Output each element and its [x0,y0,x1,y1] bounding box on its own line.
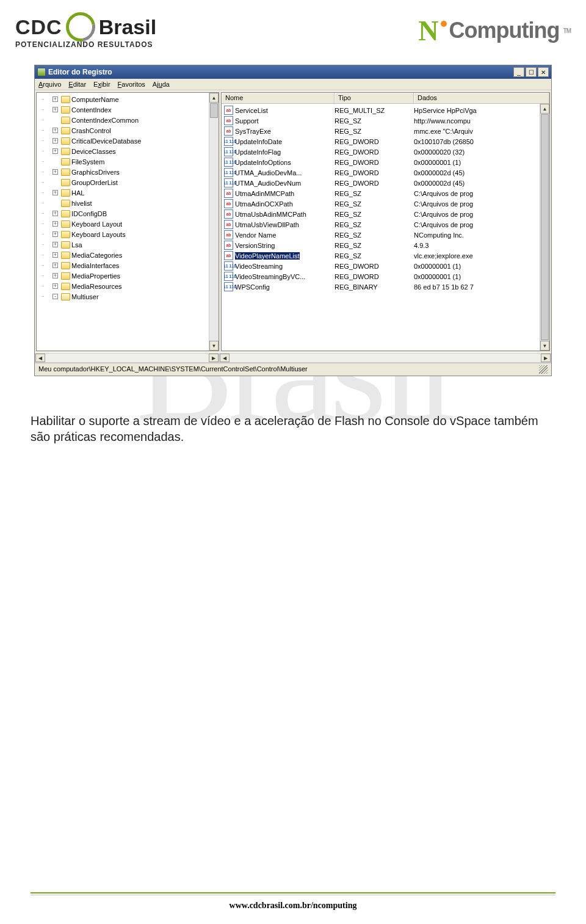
menu-ajuda[interactable]: Ajuda [153,81,170,88]
value-row[interactable]: abVideoPlayerNameListREG_SZvlc.exe;iexpl… [222,250,549,261]
menu-exibir[interactable]: Exibir [93,81,110,88]
value-row[interactable]: 011 110UpdateInfoDateREG_DWORD0x100107db… [222,136,549,147]
tree-hscrollbar[interactable]: ◀ ▶ [35,353,219,363]
maximize-button[interactable]: ☐ [526,67,537,77]
scroll-left-icon[interactable]: ◀ [35,354,45,362]
window-titlebar[interactable]: Editor do Registro _ ☐ ✕ [35,65,551,79]
expand-icon[interactable]: + [52,148,58,154]
tree-item[interactable]: ····+MediaInterfaces [38,260,217,271]
folder-icon [61,127,70,134]
tree-item[interactable]: ····+Lsa [38,239,217,250]
tree-vscrollbar[interactable]: ▲ ▼ [209,93,219,351]
value-row[interactable]: 011 110UTMA_AudioDevNumREG_DWORD0x000000… [222,178,549,188]
value-row[interactable]: 011 110VideoStreamingByVC...REG_DWORD0x0… [222,271,549,282]
tree-item[interactable]: ····+MediaProperties [38,271,217,281]
value-row[interactable]: abServiceListREG_MULTI_SZHpService HpPci… [222,105,549,115]
tree-item[interactable]: ····+IDConfigDB [38,208,217,219]
tree-item[interactable]: ····+CriticalDeviceDatabase [38,136,217,146]
scroll-down-icon[interactable]: ▼ [540,341,549,351]
scroll-up-icon[interactable]: ▲ [540,104,549,114]
tree-item[interactable]: ····+MediaCategories [38,250,217,260]
value-type: REG_SZ [335,200,414,208]
menu-arquivo[interactable]: Arquivo [38,81,61,88]
expand-icon[interactable]: + [52,96,58,102]
tree-item[interactable]: ····+HAL [38,187,217,198]
value-row[interactable]: 011 110UpdateInfoOptionsREG_DWORD0x00000… [222,157,549,167]
value-row[interactable]: abSysTrayExeREG_SZmmc.exe "C:\Arquiv [222,126,549,136]
value-row[interactable]: 011 110UTMA_AudioDevMa...REG_DWORD0x0000… [222,167,549,178]
tree-item[interactable]: ····+ContentIndex [38,104,217,115]
tree-item[interactable]: ····+GraphicsDrivers [38,167,217,177]
tree-item[interactable]: ····+MediaResources [38,281,217,291]
scroll-thumb[interactable] [541,114,549,340]
scroll-left-icon[interactable]: ◀ [220,354,230,362]
value-name: UTMA_AudioDevNum [235,180,301,187]
value-name: UpdateInfoDate [235,138,282,145]
scroll-down-icon[interactable]: ▼ [209,341,219,351]
tree-item[interactable]: ····-Multiuser [38,291,217,302]
tree-line-icon: ···· [42,159,50,164]
col-name-header[interactable]: Nome [222,93,335,103]
values-hscrollbar[interactable]: ◀ ▶ [219,353,551,363]
tree-item[interactable]: ····hivelist [38,198,217,208]
tree-item-label: Keyboard Layout [71,220,122,228]
value-data: 0x00000001 (1) [414,159,547,166]
reg-binary-icon: 011 110 [224,282,233,291]
scroll-thumb[interactable] [210,103,218,118]
tree-item[interactable]: ····+Keyboard Layout [38,219,217,229]
value-row[interactable]: abSupportREG_SZhttp://www.ncompu [222,115,549,126]
expand-icon[interactable]: + [52,107,58,112]
tree-item[interactable]: ····ContentIndexCommon [38,115,217,125]
tree-item[interactable]: ····FileSystem [38,156,217,167]
scroll-right-icon[interactable]: ▶ [209,354,219,362]
value-row[interactable]: 011 110WPSConfigREG_BINARY86 ed b7 15 1b… [222,282,549,292]
tree-item[interactable]: ····GroupOrderList [38,177,217,187]
value-row[interactable]: abUtmaAdinOCXPathREG_SZC:\Arquivos de pr… [222,198,549,209]
tree-item[interactable]: ····+ComputerName [38,94,217,104]
expand-icon[interactable]: + [52,211,58,216]
col-type-header[interactable]: Tipo [335,93,414,103]
value-data: NComputing Inc. [414,231,547,239]
expand-icon[interactable]: + [52,138,58,144]
scroll-up-icon[interactable]: ▲ [209,93,219,103]
value-row[interactable]: abUtmaUsbAdinMMCPathREG_SZC:\Arquivos de… [222,209,549,219]
value-row[interactable]: abUtmaAdinMMCPathREG_SZC:\Arquivos de pr… [222,188,549,198]
expand-icon[interactable]: + [52,273,58,278]
window-title: Editor do Registro [48,68,513,76]
collapse-icon[interactable]: - [52,294,58,299]
ncomputing-logo: N Computing TM [418,15,571,47]
menu-favoritos[interactable]: Favoritos [118,81,145,88]
expand-icon[interactable]: + [52,190,58,195]
resize-grip-icon[interactable] [539,365,548,374]
values-vscrollbar[interactable]: ▲ ▼ [540,104,549,351]
scroll-right-icon[interactable]: ▶ [541,354,551,362]
minimize-button[interactable]: _ [513,67,524,77]
tree-line-icon: ···· [42,274,50,278]
value-row[interactable]: abVersionStringREG_SZ4.9.3 [222,240,549,250]
col-data-header[interactable]: Dados [414,93,549,103]
expand-icon[interactable]: + [52,252,58,258]
expand-icon[interactable]: + [52,128,58,133]
tree-item[interactable]: ····+Keyboard Layouts [38,229,217,239]
value-data: vlc.exe;iexplore.exe [414,252,547,260]
menu-editar[interactable]: Editar [68,81,86,88]
tree-item[interactable]: ····+DeviceClasses [38,146,217,156]
value-name: VersionString [235,242,275,249]
close-button[interactable]: ✕ [538,67,549,77]
folder-icon [61,210,70,217]
expand-icon[interactable]: + [52,221,58,227]
expand-icon[interactable]: + [52,263,58,268]
value-row[interactable]: 011 110UpdateInfoFlagREG_DWORD0x00000020… [222,147,549,157]
tree-line-icon: ···· [42,232,50,236]
expand-icon[interactable]: + [52,231,58,237]
expand-icon[interactable]: + [52,169,58,175]
value-row[interactable]: 011 110VideoStreamingREG_DWORD0x00000001… [222,261,549,271]
value-data: C:\Arquivos de prog [414,221,547,228]
expand-icon[interactable]: + [52,283,58,289]
value-row[interactable]: abVendor NameREG_SZNComputing Inc. [222,230,549,240]
value-row[interactable]: abUtmaUsbViewDllPathREG_SZC:\Arquivos de… [222,219,549,230]
tree-item-label: ContentIndex [71,106,111,114]
folder-icon [61,96,70,103]
tree-item[interactable]: ····+CrashControl [38,125,217,136]
expand-icon[interactable]: + [52,242,58,247]
